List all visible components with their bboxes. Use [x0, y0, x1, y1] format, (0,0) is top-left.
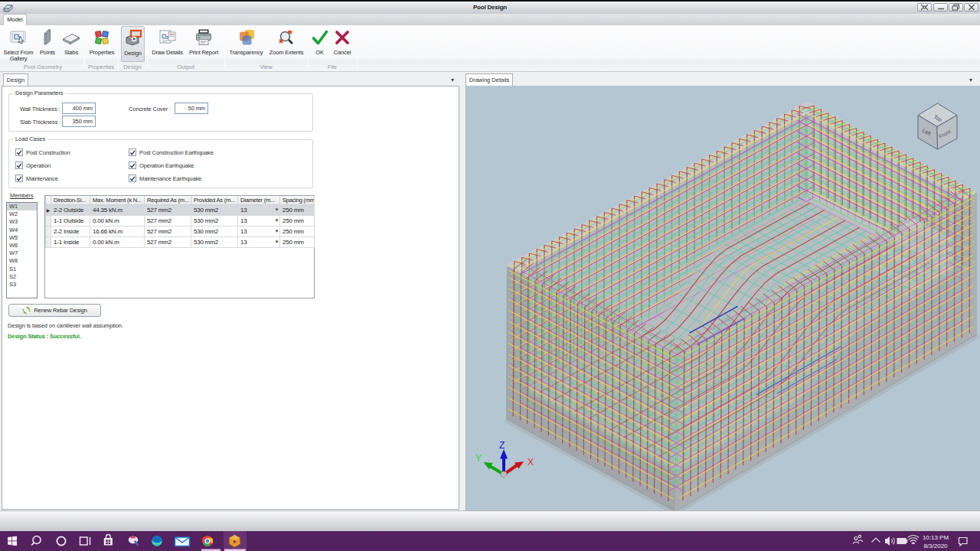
svg-text:Z: Z — [499, 440, 505, 451]
svg-text:8/3/2020: 8/3/2020 — [923, 543, 948, 549]
svg-text:Y: Y — [475, 453, 482, 464]
svg-text:10:13 PM: 10:13 PM — [923, 534, 949, 541]
svg-text:X: X — [528, 457, 534, 468]
